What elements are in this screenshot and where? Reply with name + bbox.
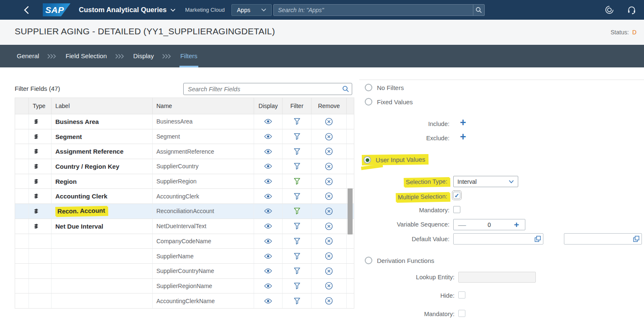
row-filter-toggle[interactable] (283, 189, 312, 203)
row-filter-toggle[interactable] (283, 264, 312, 278)
option-derivation-functions[interactable]: Derivation Functions (365, 257, 434, 264)
top-nav: SAP Custom Analytical Queries Marketing … (0, 0, 644, 20)
row-display-toggle[interactable] (254, 129, 283, 144)
row-display-toggle[interactable] (254, 189, 283, 203)
row-remove-button[interactable] (312, 144, 347, 159)
row-remove-button[interactable] (312, 264, 347, 278)
option-no-filters[interactable]: No Filters (365, 84, 404, 91)
mandatory-checkbox[interactable] (453, 206, 460, 213)
row-filter-toggle[interactable] (283, 219, 312, 234)
table-row[interactable]: SegmentSegment (15, 129, 354, 144)
remove-icon (325, 237, 333, 245)
filter-funnel-icon (294, 208, 300, 214)
lookup-entity-input[interactable] (458, 272, 536, 283)
fixed-values-radio[interactable] (365, 98, 372, 106)
table-row[interactable]: SupplierCountryName (15, 264, 354, 279)
table-row[interactable]: Business AreaBusinessArea (15, 114, 354, 129)
row-type-cell (29, 174, 52, 189)
multiple-selection-checkbox[interactable]: ✓ (453, 192, 460, 199)
row-remove-button[interactable] (312, 219, 347, 234)
row-remove-button[interactable] (312, 129, 347, 144)
row-display-toggle[interactable] (254, 204, 283, 219)
row-remove-button[interactable] (312, 114, 347, 129)
table-row[interactable]: CompanyCodeName (15, 234, 354, 249)
tab-field-selection[interactable]: Field Selection (65, 46, 107, 67)
row-filter-toggle[interactable] (283, 294, 312, 308)
filter-fields-search-button[interactable] (339, 85, 352, 93)
copilot-button[interactable] (605, 5, 614, 15)
row-filter-toggle[interactable] (283, 129, 312, 144)
mandatory-2-checkbox[interactable] (458, 310, 465, 317)
row-filter-toggle[interactable] (283, 174, 312, 189)
row-display-toggle[interactable] (254, 144, 283, 159)
row-filter-toggle[interactable] (283, 114, 312, 129)
row-display-toggle[interactable] (254, 279, 283, 294)
row-remove-button[interactable] (312, 249, 347, 263)
row-filter-toggle[interactable] (283, 234, 312, 249)
filter-fields-search-input[interactable] (184, 86, 339, 93)
eye-icon (264, 254, 272, 259)
row-display-toggle[interactable] (254, 159, 283, 174)
back-button[interactable] (23, 6, 34, 14)
table-row[interactable]: Assignment ReferenceAssignmentReference (15, 144, 354, 159)
row-display-toggle[interactable] (254, 174, 283, 189)
table-row[interactable]: SupplierRegionName (15, 279, 354, 294)
row-filter-toggle[interactable] (283, 249, 312, 263)
no-filters-radio[interactable] (365, 84, 372, 91)
row-name-cell: SupplierRegion (153, 174, 254, 189)
row-scroll-gutter (347, 234, 355, 249)
row-display-toggle[interactable] (254, 219, 283, 234)
table-row[interactable]: Recon. AccountReconciliationAccount (15, 204, 354, 219)
row-filter-toggle[interactable] (283, 204, 312, 219)
global-search-button[interactable] (473, 5, 484, 15)
value-help-button[interactable] (631, 236, 641, 242)
row-remove-button[interactable] (312, 159, 347, 174)
value-help-button[interactable] (532, 236, 543, 242)
table-row[interactable]: Accounting ClerkAccountingClerk (15, 189, 354, 204)
tab-display[interactable]: Display (132, 46, 155, 67)
selection-type-dropdown[interactable]: Interval (453, 176, 518, 187)
search-scope-dropdown[interactable]: Apps (231, 4, 272, 16)
default-value-low-field[interactable] (454, 236, 532, 242)
hide-checkbox[interactable] (458, 291, 465, 299)
row-display-toggle[interactable] (254, 294, 283, 308)
support-button[interactable] (627, 5, 636, 15)
row-filter-toggle[interactable] (283, 159, 312, 174)
row-scroll-gutter (347, 129, 355, 144)
row-label-cell: Country / Region Key (52, 159, 153, 174)
stepper-minus-button[interactable]: — (454, 220, 470, 229)
row-filter-toggle[interactable] (283, 279, 312, 294)
row-display-toggle[interactable] (254, 264, 283, 278)
tab-filters[interactable]: Filters (179, 46, 198, 67)
row-filter-toggle[interactable] (283, 144, 312, 159)
table-row[interactable]: SupplierName (15, 249, 354, 264)
derivation-functions-radio[interactable] (365, 257, 372, 264)
exclude-add-button[interactable]: + (460, 132, 466, 141)
row-display-toggle[interactable] (254, 234, 283, 249)
tab-general[interactable]: General (16, 46, 40, 67)
option-user-input-values[interactable]: User Input Values (362, 154, 428, 165)
table-row[interactable]: Country / Region KeySupplierCountry (15, 159, 354, 174)
table-row[interactable]: AccountingClerkName (15, 294, 354, 309)
include-add-button[interactable]: + (460, 118, 466, 126)
row-select-gutter (15, 189, 29, 203)
row-remove-button[interactable] (312, 294, 347, 308)
row-remove-button[interactable] (312, 204, 347, 219)
row-remove-button[interactable] (312, 234, 347, 249)
row-remove-button[interactable] (312, 189, 347, 203)
app-title-menu[interactable]: Custom Analytical Queries (79, 6, 176, 14)
table-scrollbar-thumb[interactable] (348, 188, 353, 234)
default-value-high-field[interactable] (564, 236, 631, 242)
stepper-plus-button[interactable]: + (508, 220, 525, 230)
table-row[interactable]: Net Due IntervalNetDueIntervalText (15, 219, 354, 234)
global-search-input[interactable] (274, 5, 473, 15)
row-display-toggle[interactable] (254, 249, 283, 263)
status-value: D (632, 29, 636, 36)
option-fixed-values[interactable]: Fixed Values (365, 98, 413, 106)
user-input-values-radio[interactable] (364, 156, 371, 164)
row-display-toggle[interactable] (254, 114, 283, 129)
row-name-cell: ReconciliationAccount (153, 204, 254, 219)
row-remove-button[interactable] (312, 279, 347, 294)
row-remove-button[interactable] (312, 174, 347, 189)
table-row[interactable]: RegionSupplierRegion (15, 174, 354, 189)
